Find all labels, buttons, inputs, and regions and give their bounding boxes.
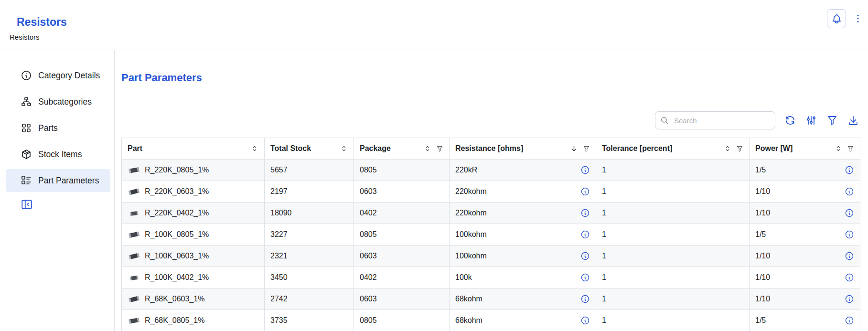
cell-package: 0603 xyxy=(354,288,450,310)
table-row[interactable]: R_100K_0805_1% 3227 0805 100kohm 1 1/ xyxy=(122,224,860,246)
column-header-resistance[interactable]: Resistance [ohms] xyxy=(450,138,596,160)
cell-resistance: 220kohm xyxy=(450,181,596,203)
info-icon[interactable] xyxy=(845,208,854,218)
cell-total-stock: 18090 xyxy=(265,203,354,224)
cell-power: 1/10 xyxy=(750,267,860,288)
table-row[interactable]: R_100K_0603_1% 2321 0603 100kohm 1 1/ xyxy=(122,246,860,267)
cell-tolerance: 1 xyxy=(596,288,750,310)
info-icon[interactable] xyxy=(845,251,854,261)
part-name: R_68K_0805_1% xyxy=(145,316,204,325)
sidebar-item-subcategories[interactable]: Subcategories xyxy=(6,90,110,113)
panel-sidebar: Category Details Subcategories xyxy=(5,50,115,331)
info-icon[interactable] xyxy=(845,316,854,325)
info-icon[interactable] xyxy=(845,165,854,175)
cell-total-stock: 2197 xyxy=(265,181,354,203)
sidebar-item-label: Subcategories xyxy=(38,97,92,107)
search-input[interactable] xyxy=(673,116,770,125)
sort-selector-icon xyxy=(835,145,842,152)
parameters-table: Part Total Stock xyxy=(121,138,860,331)
sort-desc-icon xyxy=(570,145,578,153)
column-header-power[interactable]: Power [W] xyxy=(750,138,860,160)
table-row[interactable]: R_220K_0805_1% 5657 0805 220kR 1 1/5 xyxy=(122,160,860,181)
sidebar-item-parts[interactable]: Parts xyxy=(6,117,110,139)
cell-package: 0805 xyxy=(354,310,450,331)
sort-selector-icon xyxy=(340,145,348,152)
column-label: Resistance [ohms] xyxy=(455,144,523,153)
part-thumbnail xyxy=(128,208,140,218)
table-row[interactable]: R_220K_0402_1% 18090 0402 220kohm 1 1 xyxy=(122,203,860,224)
cell-package: 0402 xyxy=(354,267,450,288)
refresh-button[interactable] xyxy=(784,114,796,127)
info-circle-icon xyxy=(21,70,32,81)
column-label: Tolerance [percent] xyxy=(602,144,672,153)
table-row[interactable]: R_68K_0805_1% 3735 0805 68kohm 1 1/5 xyxy=(122,310,860,331)
sidebar-item-stock-items[interactable]: Stock Items xyxy=(6,143,110,166)
sidebar-collapse-button[interactable] xyxy=(21,198,33,211)
info-icon[interactable] xyxy=(580,187,590,196)
cell-total-stock: 3227 xyxy=(265,224,354,246)
download-icon xyxy=(847,115,859,126)
cell-resistance: 100k xyxy=(450,267,596,288)
cell-tolerance: 1 xyxy=(596,310,750,331)
part-thumbnail xyxy=(128,187,140,197)
sidebar-item-label: Category Details xyxy=(38,71,100,81)
table-row[interactable]: R_68K_0603_1% 2742 0603 68kohm 1 1/10 xyxy=(122,288,860,310)
part-name: R_68K_0603_1% xyxy=(145,295,204,303)
info-icon[interactable] xyxy=(580,251,590,261)
cell-tolerance: 1 xyxy=(596,246,750,267)
notifications-button[interactable] xyxy=(827,9,846,28)
cell-resistance: 100kohm xyxy=(450,246,596,267)
info-icon[interactable] xyxy=(845,294,854,304)
breadcrumb[interactable]: Resistors xyxy=(10,33,40,41)
cell-resistance: 220kohm xyxy=(450,203,596,224)
info-icon[interactable] xyxy=(845,273,854,282)
sort-selector-icon xyxy=(251,145,258,152)
column-filter-icon[interactable] xyxy=(847,145,854,152)
cell-tolerance: 1 xyxy=(596,181,750,203)
column-header-tolerance[interactable]: Tolerance [percent] xyxy=(596,138,750,160)
cell-resistance: 68kohm xyxy=(450,310,596,331)
panel-content: Part Parameters xyxy=(115,50,868,331)
column-filter-icon[interactable] xyxy=(583,145,590,152)
part-name: R_220K_0402_1% xyxy=(145,209,209,217)
info-icon[interactable] xyxy=(580,273,590,282)
column-header-part[interactable]: Part xyxy=(122,138,265,160)
info-icon[interactable] xyxy=(580,165,590,175)
part-name: R_220K_0805_1% xyxy=(145,166,209,174)
info-icon[interactable] xyxy=(845,187,854,196)
grid-icon xyxy=(21,122,32,134)
table-row[interactable]: R_100K_0402_1% 3450 0402 100k 1 1/10 xyxy=(122,267,860,288)
info-icon[interactable] xyxy=(580,230,590,239)
filter-icon xyxy=(826,115,838,126)
search-icon xyxy=(660,116,669,125)
sidebar-item-label: Part Parameters xyxy=(38,176,99,186)
sidebar-item-category-details[interactable]: Category Details xyxy=(6,64,110,87)
column-header-total-stock[interactable]: Total Stock xyxy=(265,138,354,160)
filter-button[interactable] xyxy=(826,114,838,127)
column-filter-icon[interactable] xyxy=(436,145,443,152)
table-row[interactable]: R_220K_0603_1% 2197 0603 220kohm 1 1/ xyxy=(122,181,860,203)
kebab-menu-icon xyxy=(853,13,863,24)
info-icon[interactable] xyxy=(845,230,854,239)
info-icon[interactable] xyxy=(580,208,590,218)
info-icon[interactable] xyxy=(580,294,590,304)
sort-selector-icon xyxy=(424,145,431,152)
sidebar-item-part-parameters[interactable]: Part Parameters xyxy=(6,169,110,192)
cell-part: R_220K_0603_1% xyxy=(122,181,265,203)
column-filter-icon[interactable] xyxy=(736,145,743,152)
download-button[interactable] xyxy=(847,114,859,127)
sidebar-item-label: Stock Items xyxy=(38,149,82,160)
kebab-menu-button[interactable] xyxy=(851,11,865,26)
part-name: R_220K_0603_1% xyxy=(145,187,209,196)
cell-total-stock: 3735 xyxy=(265,310,354,331)
table-toolbar xyxy=(121,111,859,129)
column-header-package[interactable]: Package xyxy=(354,138,450,160)
info-icon[interactable] xyxy=(580,316,590,325)
part-thumbnail xyxy=(128,251,140,261)
table-options-button[interactable] xyxy=(805,114,817,127)
cell-package: 0603 xyxy=(354,246,450,267)
cell-part: R_100K_0603_1% xyxy=(122,246,265,267)
cell-total-stock: 3450 xyxy=(265,267,354,288)
part-thumbnail xyxy=(128,165,140,175)
cell-power: 1/10 xyxy=(750,246,860,267)
